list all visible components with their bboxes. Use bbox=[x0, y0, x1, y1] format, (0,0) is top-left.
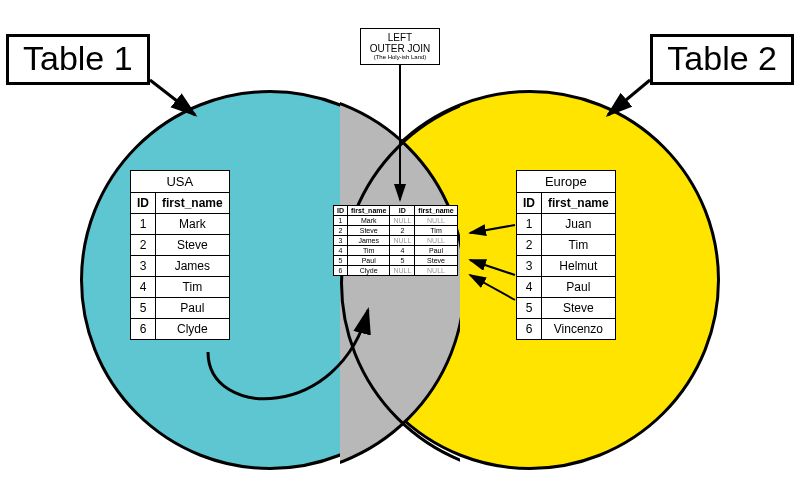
table-row: 2Steve bbox=[131, 235, 230, 256]
join-col0: ID bbox=[334, 206, 348, 216]
table2-label: Table 2 bbox=[650, 34, 794, 85]
join-col2: ID bbox=[390, 206, 415, 216]
table-row: 2Tim bbox=[517, 235, 616, 256]
table-row: 4Paul bbox=[517, 277, 616, 298]
europe-title: Europe bbox=[517, 171, 616, 193]
europe-table: Europe ID first_name 1Juan 2Tim 3Helmut … bbox=[516, 170, 616, 340]
table-row: 6ClydeNULLNULL bbox=[334, 266, 458, 276]
table1-label: Table 1 bbox=[6, 34, 150, 85]
table-row: 5Steve bbox=[517, 298, 616, 319]
table-row: 1Mark bbox=[131, 214, 230, 235]
usa-col-name: first_name bbox=[156, 193, 230, 214]
table-row: 3JamesNULLNULL bbox=[334, 236, 458, 246]
table-row: 5Paul bbox=[131, 298, 230, 319]
table-row: 1MarkNULLNULL bbox=[334, 216, 458, 226]
usa-table: USA ID first_name 1Mark 2Steve 3James 4T… bbox=[130, 170, 230, 340]
join-col3: first_name bbox=[415, 206, 457, 216]
join-line1: LEFT bbox=[363, 32, 437, 43]
usa-col-id: ID bbox=[131, 193, 156, 214]
usa-title: USA bbox=[131, 171, 230, 193]
europe-col-id: ID bbox=[517, 193, 542, 214]
table-row: 4Tim4Paul bbox=[334, 246, 458, 256]
table-row: 2Steve2Tim bbox=[334, 226, 458, 236]
join-line2: OUTER JOIN bbox=[363, 43, 437, 54]
europe-col-name: first_name bbox=[542, 193, 616, 214]
table-row: 3James bbox=[131, 256, 230, 277]
table-row: 4Tim bbox=[131, 277, 230, 298]
table-row: 3Helmut bbox=[517, 256, 616, 277]
join-subtitle: (The Holy-ish Land) bbox=[363, 54, 437, 61]
join-col1: first_name bbox=[348, 206, 390, 216]
venn-intersection bbox=[340, 90, 460, 470]
table-row: 6Clyde bbox=[131, 319, 230, 340]
table-row: 1Juan bbox=[517, 214, 616, 235]
table-row: 5Paul5Steve bbox=[334, 256, 458, 266]
table-row: 6Vincenzo bbox=[517, 319, 616, 340]
join-result-table: ID first_name ID first_name 1MarkNULLNUL… bbox=[333, 205, 458, 276]
join-type-label: LEFT OUTER JOIN (The Holy-ish Land) bbox=[360, 28, 440, 65]
